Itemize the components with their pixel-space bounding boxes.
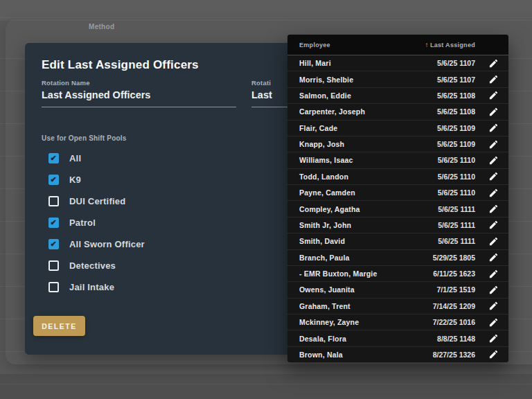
employee-name-cell: Flair, Cade — [299, 124, 392, 132]
edit-pencil-icon[interactable] — [488, 58, 499, 69]
checkbox-icon[interactable] — [48, 153, 59, 163]
edit-cell — [475, 236, 503, 247]
employee-name-cell: Branch, Paula — [299, 254, 392, 262]
edit-pencil-icon[interactable] — [488, 317, 499, 328]
edit-pencil-icon[interactable] — [488, 285, 499, 295]
background-top-band — [0, 0, 532, 21]
employee-name-cell: Carpenter, Joseph — [299, 107, 392, 116]
edit-cell — [475, 333, 503, 344]
table-header-row: Employee ↑Last Assigned — [287, 35, 508, 55]
employee-name-cell: Owens, Juanita — [299, 285, 392, 294]
sort-ascending-icon: ↑ — [425, 41, 429, 48]
edit-cell — [475, 74, 503, 85]
edit-cell — [475, 171, 503, 181]
rotation-name-input[interactable]: Last Assigned Officers — [42, 89, 236, 107]
employee-name-cell: Morris, Shelbie — [299, 76, 392, 84]
shift-pool-option[interactable]: DUI Certified — [48, 190, 145, 212]
employee-name-cell: Payne, Camden — [299, 188, 392, 197]
background-bottom-band — [0, 374, 532, 399]
checkbox-icon[interactable] — [48, 218, 59, 228]
checkbox-label: Jail Intake — [69, 282, 114, 292]
checkbox-label: Detectives — [69, 260, 116, 271]
checkbox-icon[interactable] — [48, 175, 59, 185]
edit-cell — [475, 252, 503, 263]
checkbox-icon[interactable] — [48, 282, 59, 292]
employee-name-cell: Compley, Agatha — [299, 205, 392, 213]
edit-cell — [475, 269, 503, 279]
last-assigned-cell: 7/22/25 1016 — [392, 318, 475, 326]
employee-column-header[interactable]: Employee — [299, 42, 392, 48]
checkbox-label: K9 — [69, 175, 81, 185]
edit-cell — [475, 220, 503, 230]
shift-pool-option[interactable]: K9 — [48, 169, 145, 190]
edit-pencil-icon[interactable] — [488, 333, 499, 344]
edit-pencil-icon[interactable] — [488, 155, 499, 166]
edit-pencil-icon[interactable] — [488, 236, 499, 247]
table-row: Mckinney, Zayne 7/22/25 1016 — [287, 314, 508, 330]
employee-name-cell: Mckinney, Zayne — [299, 318, 392, 326]
table-row: Graham, Trent 7/14/25 1209 — [287, 299, 508, 314]
edit-cell — [475, 123, 503, 133]
employee-name-cell: Graham, Trent — [299, 302, 392, 310]
edit-rotation-dialog: Edit Last Assigned Officers Rotation Nam… — [25, 43, 296, 355]
edit-pencil-icon[interactable] — [488, 204, 499, 214]
shift-pool-checkbox-list: All K9 DUI Certified Patrol — [48, 148, 145, 298]
edit-cell — [475, 204, 503, 214]
table-row: Williams, Isaac 5/6/25 1110 — [287, 152, 508, 168]
last-assigned-cell: 5/6/25 1109 — [392, 140, 475, 148]
last-assigned-cell: 7/1/25 1519 — [392, 285, 475, 294]
last-assigned-cell: 5/6/25 1108 — [392, 91, 475, 100]
edit-pencil-icon[interactable] — [488, 301, 499, 311]
table-row: Compley, Agatha 5/6/25 1111 — [287, 201, 508, 217]
open-shift-pools-label: Use for Open Shift Pools — [42, 134, 127, 142]
last-assigned-cell: 5/6/25 1111 — [392, 205, 475, 213]
last-assigned-cell: 5/6/25 1109 — [392, 124, 475, 132]
edit-pencil-icon[interactable] — [488, 349, 499, 360]
checkbox-icon[interactable] — [48, 260, 59, 271]
shift-pool-option[interactable]: Detectives — [48, 255, 145, 276]
employee-name-cell: Williams, Isaac — [299, 156, 392, 164]
edit-cell — [475, 285, 503, 295]
edit-pencil-icon[interactable] — [488, 107, 499, 117]
edit-pencil-icon[interactable] — [488, 123, 499, 133]
table-row: - EMR Buxton, Margie 6/11/25 1623 — [287, 266, 508, 282]
table-row: Hill, Mari 5/6/25 1107 — [287, 55, 508, 71]
last-assigned-cell: 8/8/25 1148 — [392, 335, 475, 343]
last-assigned-cell: 5/6/25 1107 — [392, 59, 475, 67]
table-row: Salmon, Eddie 5/6/25 1108 — [287, 88, 508, 104]
last-assigned-officers-table: Employee ↑Last Assigned Hill, Mari 5/6/2… — [287, 35, 508, 362]
last-assigned-cell: 8/27/25 1326 — [392, 351, 475, 359]
last-assigned-column-header[interactable]: ↑Last Assigned — [392, 41, 475, 48]
rotation-name-field: Rotation Name Last Assigned Officers — [42, 79, 236, 107]
edit-pencil-icon[interactable] — [488, 188, 499, 198]
edit-pencil-icon[interactable] — [488, 74, 499, 85]
delete-button[interactable]: DELETE — [33, 316, 85, 336]
edit-pencil-icon[interactable] — [488, 269, 499, 279]
table-row: Morris, Shelbie 5/6/25 1107 — [287, 71, 508, 87]
edit-cell — [475, 107, 503, 117]
table-row: Smith Jr, John 5/6/25 1111 — [287, 218, 508, 233]
shift-pool-option[interactable]: All — [48, 148, 145, 169]
shift-pool-option[interactable]: All Sworn Officer — [48, 233, 145, 255]
edit-pencil-icon[interactable] — [488, 139, 499, 150]
checkbox-icon[interactable] — [48, 196, 59, 206]
edit-cell — [475, 90, 503, 100]
checkbox-label: All Sworn Officer — [69, 239, 145, 249]
shift-pool-option[interactable]: Patrol — [48, 212, 145, 233]
checkbox-icon[interactable] — [48, 239, 59, 249]
edit-pencil-icon[interactable] — [488, 220, 499, 230]
last-assigned-cell: 5/6/25 1110 — [392, 172, 475, 181]
edit-pencil-icon[interactable] — [488, 252, 499, 263]
edit-pencil-icon[interactable] — [488, 171, 499, 181]
edit-cell — [475, 139, 503, 150]
last-assigned-cell: 5/6/25 1110 — [392, 156, 475, 164]
shift-pool-option[interactable]: Jail Intake — [48, 276, 145, 298]
table-row: Brown, Nala 8/27/25 1326 — [287, 347, 508, 362]
employee-name-cell: Smith, David — [299, 237, 392, 245]
edit-cell — [475, 349, 503, 360]
employee-name-cell: - EMR Buxton, Margie — [299, 269, 392, 278]
table-row: Desala, Flora 8/8/25 1148 — [287, 330, 508, 346]
table-row: Smith, David 5/6/25 1111 — [287, 233, 508, 249]
edit-pencil-icon[interactable] — [488, 90, 499, 100]
employee-name-cell: Desala, Flora — [299, 335, 392, 343]
